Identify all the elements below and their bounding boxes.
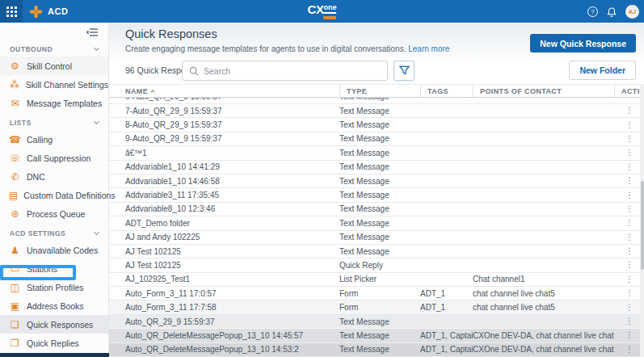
sidebar-item-label: Unavailable Codes xyxy=(27,246,98,255)
sidebar-item-label: Message Templates xyxy=(27,99,102,108)
help-icon[interactable]: ? xyxy=(587,6,598,17)
sidebar-item-station-profiles[interactable]: ◫ Station Profiles xyxy=(0,278,108,296)
row-actions-kebab-icon[interactable]: ⋮ xyxy=(625,149,633,157)
row-actions-kebab-icon[interactable]: ⋮ xyxy=(625,177,633,185)
row-actions-kebab-icon[interactable]: ⋮ xyxy=(625,219,633,227)
row-actions-kebab-icon[interactable]: ⋮ xyxy=(625,121,633,129)
table-row[interactable]: AJ and Andy 102225Text Message⋮ xyxy=(109,231,640,245)
row-actions-kebab-icon[interactable]: ⋮ xyxy=(625,135,633,143)
table-row[interactable]: Addvariable1_10 14:41:29Text Message⋮ xyxy=(109,161,640,174)
table-body: 6-Auto_QR_29_9 15:59:37Text Message⋮ 7-A… xyxy=(109,98,640,357)
column-header-type[interactable]: TYPE xyxy=(339,85,420,97)
phone-icon: ☎ xyxy=(9,135,21,145)
row-actions-kebab-icon[interactable]: ⋮ xyxy=(625,205,633,213)
sidebar-item-call-suppression[interactable]: ☏ Call Suppression xyxy=(0,149,108,167)
network-icon: ⁂ xyxy=(9,80,20,90)
cxone-logo-cx: CX xyxy=(308,3,324,15)
sidebar-item-quick-responses[interactable]: ❏ Quick Responses xyxy=(0,315,108,334)
row-actions-kebab-icon[interactable]: ⋮ xyxy=(625,346,633,354)
row-actions-kebab-icon[interactable]: ⋮ xyxy=(625,191,633,200)
page-title: Quick Responses xyxy=(125,27,217,40)
section-label-text: OUTBOUND xyxy=(10,45,53,53)
table-row[interactable]: Auto_QR_DeleteMessagePopup_13_10 14:45:5… xyxy=(109,329,640,342)
table-row[interactable]: 7-Auto_QR_29_9 15:59:37Text Message⋮ xyxy=(109,104,640,118)
chat-bubble-icon: ❏ xyxy=(9,320,21,330)
vertical-scrollbar[interactable] xyxy=(640,84,644,357)
table-row[interactable]: Auto_QR_DeleteMessagePopup_13_10 14:53:2… xyxy=(109,343,640,357)
row-actions-kebab-icon[interactable]: ⋮ xyxy=(625,247,633,255)
table-row[interactable]: AJ Test 102125Text Message⋮ xyxy=(109,245,640,258)
column-header-name[interactable]: NAME xyxy=(125,85,339,97)
sidebar-item-label: Quick Responses xyxy=(27,320,93,330)
sidebar-item-process-queue[interactable]: ⊛ Process Queue xyxy=(0,204,108,223)
sidebar-section-acd-settings[interactable]: ACD SETTINGS xyxy=(0,226,108,241)
search-icon xyxy=(189,66,199,76)
sidebar-item-address-books[interactable]: ▣ Address Books xyxy=(0,296,108,315)
sidebar-section-lists[interactable]: LISTS xyxy=(0,116,108,130)
phone-suppress-icon: ☏ xyxy=(9,153,21,163)
row-actions-kebab-icon[interactable]: ⋮ xyxy=(625,289,633,297)
search-box[interactable] xyxy=(182,61,388,81)
table-row[interactable]: 9-Auto_QR_29_9 15:59:37Text Message⋮ xyxy=(109,132,640,146)
row-actions-kebab-icon[interactable]: ⋮ xyxy=(625,317,633,326)
user-avatar[interactable]: AJ xyxy=(625,5,639,19)
sidebar-item-custom-data-definitions[interactable]: ▤ Custom Data Definitions xyxy=(0,186,108,204)
table-row[interactable]: AJ_102925_Test1List PickerChat channel1⋮ xyxy=(109,273,640,287)
sidebar-item-label: DNC xyxy=(27,172,45,182)
sort-ascending-icon xyxy=(150,90,155,94)
table-row[interactable]: Auto_Form_3_11 17:0:57FormADT_1chat chan… xyxy=(109,287,640,300)
sidebar-item-unavailable-codes[interactable]: ♟ Unavailable Codes xyxy=(0,241,108,259)
toolbar: 96 Quick Responses New Folder xyxy=(109,60,644,82)
column-header-tags[interactable]: TAGS xyxy=(420,85,473,97)
app-name: ACD xyxy=(48,6,68,16)
sidebar-item-quick-replies[interactable]: ❐ Quick Replies xyxy=(0,334,108,352)
row-actions-kebab-icon[interactable]: ⋮ xyxy=(625,233,633,242)
sidebar-item-skill-control[interactable]: ⚙ Skill Control xyxy=(0,57,108,75)
row-actions-kebab-icon[interactable]: ⋮ xyxy=(625,331,633,339)
main-content: Quick Responses Create engaging message … xyxy=(109,23,644,357)
learn-more-link[interactable]: Learn more xyxy=(408,44,449,53)
sidebar-item-label: Stations xyxy=(27,264,57,274)
table-row[interactable]: Auto_Form_3_11 17:7:58FormADT_1chat chan… xyxy=(109,300,640,314)
sidebar-item-skill-channel-settings[interactable]: ⁂ Skill Channel Settings xyxy=(0,75,108,94)
table-row[interactable]: â€™1Text Message⋮ xyxy=(109,146,640,160)
sidebar-item-label: Address Books xyxy=(27,301,84,311)
sidebar-collapse-icon[interactable] xyxy=(86,27,99,37)
page-subtitle: Create engaging message templates for ag… xyxy=(125,44,449,53)
scrollbar-thumb[interactable] xyxy=(641,181,644,270)
page-header: Quick Responses Create engaging message … xyxy=(109,23,644,58)
table-row[interactable]: AJ Test 102125Quick Reply⋮ xyxy=(109,258,640,272)
filter-funnel-icon xyxy=(399,65,410,76)
new-quick-response-button[interactable]: New Quick Response xyxy=(530,34,636,52)
sidebar-item-stations[interactable]: ▭ Stations xyxy=(0,259,108,278)
column-header-points-of-contact[interactable]: POINTS OF CONTACT xyxy=(473,85,614,97)
search-input[interactable] xyxy=(204,66,381,76)
phone-dnc-icon: ✆ xyxy=(9,172,21,182)
sidebar-item-dnc[interactable]: ✆ DNC xyxy=(0,167,108,186)
row-actions-kebab-icon[interactable]: ⋮ xyxy=(625,261,633,269)
table-row[interactable]: Auto_QR_29_9 15:59:37Text Message⋮ xyxy=(109,315,640,329)
table-row[interactable]: Addvariable8_10 12:3:46Text Message⋮ xyxy=(109,203,640,216)
top-bar: ACD CX one ? AJ xyxy=(0,0,644,23)
app-launcher-button[interactable] xyxy=(0,0,23,23)
monitor-gear-icon: ◫ xyxy=(9,283,21,292)
sidebar-bottom-strip xyxy=(0,353,109,357)
notifications-bell-icon[interactable] xyxy=(606,6,617,17)
waffle-grid-icon xyxy=(6,6,17,17)
table-row[interactable]: ADT_Demo folderText Message⋮ xyxy=(109,216,640,230)
row-actions-kebab-icon[interactable]: ⋮ xyxy=(625,107,633,115)
filter-button[interactable] xyxy=(394,61,415,81)
sidebar-item-label: Calling xyxy=(27,135,53,145)
sidebar-item-message-templates[interactable]: ✉ Message Templates xyxy=(0,94,108,112)
row-actions-kebab-icon[interactable]: ⋮ xyxy=(625,275,633,284)
row-actions-kebab-icon[interactable]: ⋮ xyxy=(625,163,633,171)
table-row[interactable]: 8-Auto_QR_29_9 15:59:37Text Message⋮ xyxy=(109,118,640,132)
table-row[interactable]: Addvariable3_11 17:35:45Text Message⋮ xyxy=(109,188,640,202)
table-row[interactable]: Addvariable1_10 14:46:58Text Message⋮ xyxy=(109,174,640,188)
sidebar-section-outbound[interactable]: OUTBOUND xyxy=(0,42,108,57)
acd-brand[interactable]: ACD xyxy=(29,5,68,19)
new-folder-button[interactable]: New Folder xyxy=(569,61,636,80)
cxone-logo-one: one xyxy=(323,4,336,14)
sidebar-item-calling[interactable]: ☎ Calling xyxy=(0,130,108,149)
row-actions-kebab-icon[interactable]: ⋮ xyxy=(625,304,633,312)
